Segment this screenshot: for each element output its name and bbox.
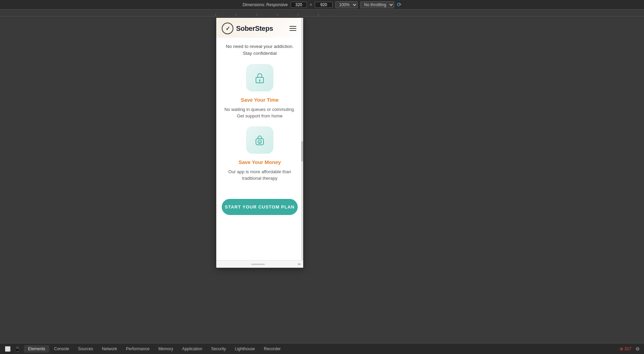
confidential-text: No need to reveal your addiction. Stay c… — [222, 43, 298, 57]
phone-bottom-bar: ✏ — [216, 260, 303, 268]
pencil-icon[interactable]: ✏ — [298, 262, 301, 267]
feature-desc-money: Our app is more affordable than traditio… — [222, 168, 298, 182]
drag-handle — [251, 264, 265, 265]
tab-memory[interactable]: Memory — [154, 345, 177, 353]
zoom-select[interactable]: 100% 75% 50% — [335, 1, 358, 8]
error-badge: ⊗ 317 — [620, 346, 631, 351]
feature-card-money: $ Save Your Money Our app is more afford… — [222, 126, 298, 182]
feature-card-time: Save Your Time No waiting in queues or c… — [222, 64, 298, 119]
ruler-tick — [236, 13, 257, 16]
app-logo-text: SoberSteps — [236, 25, 273, 33]
responsive-icon[interactable]: ⟳ — [397, 1, 401, 8]
ruler-tick — [318, 13, 339, 16]
app-logo: ✓ SoberSteps — [222, 23, 273, 34]
tab-performance[interactable]: Performance — [122, 345, 154, 353]
feature-icon-box-time — [246, 64, 273, 91]
tab-application[interactable]: Application — [178, 345, 206, 353]
ruler-tick — [257, 13, 277, 16]
error-count: 317 — [624, 346, 631, 351]
ruler-tick — [298, 13, 318, 16]
hamburger-line — [289, 26, 296, 27]
feature-icon-box-money: $ — [246, 126, 273, 154]
feature-title-time: Save Your Time — [222, 97, 298, 103]
svg-text:$: $ — [259, 141, 260, 144]
tab-sources[interactable]: Sources — [74, 345, 97, 353]
settings-icon[interactable]: ⚙ — [635, 346, 640, 352]
height-input[interactable] — [315, 2, 333, 8]
devtools-left-icons: ⬜ 📱 — [4, 345, 21, 352]
app-content: No need to reveal your addiction. Stay c… — [216, 38, 303, 195]
hamburger-line — [289, 28, 296, 29]
ruler-tick — [277, 13, 298, 16]
tab-network[interactable]: Network — [98, 345, 121, 353]
scrollbar[interactable] — [301, 18, 303, 268]
throttle-select[interactable]: No throttling Fast 3G Slow 3G — [360, 1, 394, 8]
ruler-tick — [216, 13, 236, 16]
devtools-top-bar: Dimensions: Responsive × 100% 75% 50% No… — [0, 0, 644, 10]
tab-recorder[interactable]: Recorder — [260, 345, 285, 353]
ruler-bar — [0, 10, 644, 16]
feature-desc-time: No waiting in queues or commuting. Get s… — [222, 106, 298, 119]
hamburger-button[interactable] — [288, 25, 298, 32]
tab-elements[interactable]: Elements — [24, 345, 49, 353]
tab-security[interactable]: Security — [207, 345, 230, 353]
device-icon[interactable]: 📱 — [14, 345, 21, 352]
lock-icon — [253, 71, 267, 85]
scrollbar-thumb — [301, 141, 303, 162]
devtools-bottom-right: ⊗ 317 ⚙ — [620, 346, 640, 352]
hamburger-line — [289, 30, 296, 31]
inspect-icon[interactable]: ⬜ — [4, 345, 11, 352]
width-input[interactable] — [291, 2, 307, 8]
devtools-bottom-bar: ⬜ 📱 Elements Console Sources Network Per… — [0, 343, 644, 354]
logo-icon: ✓ — [222, 23, 233, 34]
dimension-separator: × — [310, 2, 312, 7]
app-header: ✓ SoberSteps — [216, 18, 303, 38]
cta-button[interactable]: START YOUR CUSTOM PLAN — [222, 199, 298, 215]
error-icon: ⊗ — [620, 346, 623, 351]
feature-title-money: Save Your Money — [222, 159, 298, 165]
dimensions-label: Dimensions: Responsive — [243, 2, 288, 7]
tab-console[interactable]: Console — [50, 345, 73, 353]
tab-lighthouse[interactable]: Lighthouse — [231, 345, 259, 353]
phone-preview: ✓ SoberSteps No need to reveal your addi… — [216, 18, 303, 268]
money-bag-icon: $ — [253, 133, 267, 147]
